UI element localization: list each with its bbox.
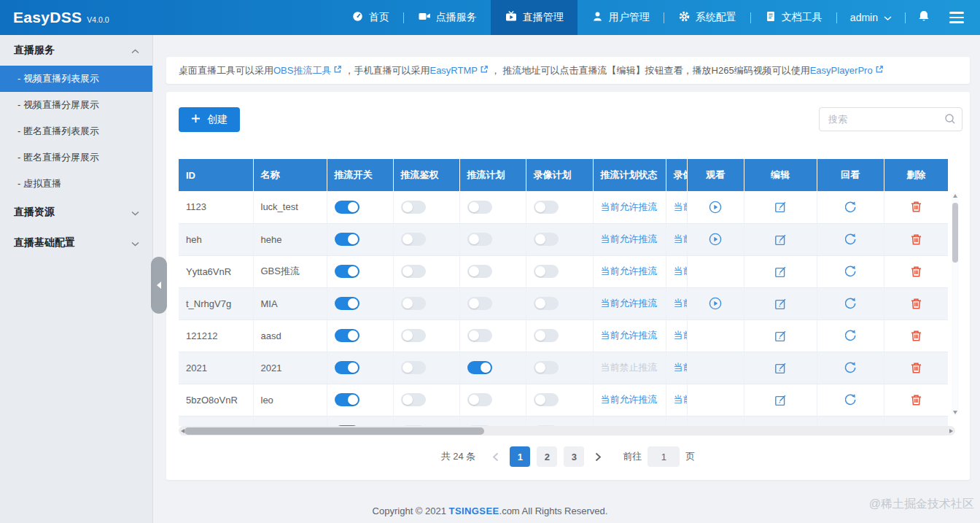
sidebar-item-video-live-list[interactable]: - 视频直播列表展示: [0, 66, 152, 92]
record-plan-status-link[interactable]: 当前允许录像: [674, 330, 688, 341]
record-plan-toggle[interactable]: [534, 297, 559, 310]
record-plan-status-link[interactable]: 当前允许录像: [674, 298, 688, 309]
push-plan-status-link[interactable]: 当前允许推流: [601, 201, 658, 212]
record-plan-toggle[interactable]: [534, 361, 559, 374]
play-icon[interactable]: [708, 200, 723, 214]
edit-icon[interactable]: [774, 233, 788, 247]
record-plan-status-link[interactable]: 当前允许录像: [674, 266, 688, 276]
app-logo[interactable]: EasyDSS V4.0.0: [0, 9, 109, 26]
push-stream-toggle[interactable]: [335, 201, 359, 214]
create-button[interactable]: 创建: [179, 107, 240, 132]
sidebar-group-live-resource[interactable]: 直播资源: [0, 197, 152, 228]
replay-icon[interactable]: [843, 392, 858, 407]
replay-icon[interactable]: [843, 264, 858, 279]
play-icon[interactable]: [708, 296, 723, 311]
replay-icon[interactable]: [843, 232, 858, 247]
horizontal-scrollbar[interactable]: [179, 426, 955, 435]
record-plan-toggle[interactable]: [534, 233, 559, 246]
record-plan-toggle[interactable]: [534, 393, 559, 406]
notifications-button[interactable]: [906, 0, 942, 35]
edit-icon[interactable]: [774, 329, 788, 343]
trash-icon[interactable]: [909, 200, 923, 214]
push-plan-status-link[interactable]: 当前允许推流: [601, 233, 658, 244]
push-auth-toggle[interactable]: [401, 201, 426, 214]
push-plan-status-link[interactable]: 当前允许推流: [601, 298, 658, 309]
push-plan-status-link[interactable]: 当前允许推流: [601, 266, 658, 276]
push-auth-toggle[interactable]: [401, 297, 426, 310]
vertical-scrollbar-thumb[interactable]: [952, 203, 958, 263]
record-plan-status-link[interactable]: 当前允许录像: [674, 394, 688, 405]
push-auth-toggle[interactable]: [401, 233, 426, 246]
push-stream-toggle[interactable]: [335, 233, 359, 246]
push-stream-toggle[interactable]: [335, 393, 359, 406]
search-input[interactable]: [819, 107, 962, 131]
push-stream-toggle[interactable]: [335, 297, 359, 310]
nav-item-vod[interactable]: 点播服务: [404, 0, 491, 35]
page-button-2[interactable]: 2: [537, 446, 557, 467]
nav-item-live[interactable]: 直播管理: [491, 0, 578, 35]
scroll-right-arrow[interactable]: [949, 429, 953, 433]
replay-icon[interactable]: [843, 328, 858, 343]
push-plan-toggle[interactable]: [467, 393, 492, 406]
push-auth-toggle[interactable]: [401, 361, 426, 374]
push-plan-toggle[interactable]: [467, 329, 492, 342]
edit-icon[interactable]: [774, 361, 788, 375]
trash-icon[interactable]: [909, 361, 923, 375]
obs-tool-link[interactable]: OBS推流工具: [273, 64, 331, 77]
record-plan-toggle[interactable]: [534, 201, 559, 214]
page-button-3[interactable]: 3: [564, 446, 584, 467]
scroll-down-arrow[interactable]: [953, 411, 957, 414]
trash-icon[interactable]: [909, 329, 923, 343]
push-plan-toggle[interactable]: [467, 297, 492, 310]
easyplayerpro-link[interactable]: EasyPlayerPro: [810, 65, 873, 76]
play-icon[interactable]: [708, 232, 723, 247]
sidebar-item-virtual-live[interactable]: - 虚拟直播: [0, 171, 152, 197]
scroll-up-arrow[interactable]: [953, 194, 957, 198]
nav-item-home[interactable]: 首页: [338, 0, 403, 35]
push-plan-toggle[interactable]: [467, 361, 492, 374]
push-stream-toggle[interactable]: [335, 329, 359, 342]
nav-item-users[interactable]: 用户管理: [578, 0, 664, 35]
edit-icon[interactable]: [774, 200, 788, 214]
goto-page-input[interactable]: [648, 446, 680, 467]
push-plan-status-link[interactable]: 当前允许推流: [601, 394, 658, 405]
record-plan-status-link[interactable]: 当前允许录像: [674, 362, 688, 373]
push-stream-toggle[interactable]: [335, 265, 359, 278]
replay-icon[interactable]: [843, 360, 858, 375]
user-menu[interactable]: admin: [837, 0, 905, 35]
edit-icon[interactable]: [774, 297, 788, 311]
sidebar-item-anon-live-list[interactable]: - 匿名直播列表展示: [0, 118, 152, 144]
page-button-1[interactable]: 1: [510, 446, 530, 467]
horizontal-scrollbar-thumb[interactable]: [184, 427, 484, 435]
edit-icon[interactable]: [774, 265, 788, 279]
next-page-arrow[interactable]: [591, 452, 606, 462]
push-auth-toggle[interactable]: [401, 265, 426, 278]
trash-icon[interactable]: [909, 393, 923, 407]
push-plan-status-link[interactable]: 当前禁止推流: [601, 362, 658, 373]
push-plan-status-link[interactable]: 当前允许推流: [601, 330, 658, 341]
trash-icon[interactable]: [909, 233, 923, 247]
push-plan-toggle[interactable]: [467, 233, 492, 246]
nav-item-settings[interactable]: 系统配置: [664, 0, 750, 35]
trash-icon[interactable]: [909, 265, 923, 279]
record-plan-status-link[interactable]: 当前允许录像: [674, 233, 688, 244]
record-plan-status-link[interactable]: 当前允许录像: [674, 201, 688, 212]
push-auth-toggle[interactable]: [401, 393, 426, 406]
sidebar-group-live-service[interactable]: 直播服务: [0, 35, 152, 66]
push-plan-toggle[interactable]: [467, 265, 492, 278]
replay-icon[interactable]: [843, 200, 858, 214]
vertical-scrollbar[interactable]: [952, 193, 959, 416]
sidebar-item-anon-live-split[interactable]: - 匿名直播分屏展示: [0, 144, 152, 171]
record-plan-toggle[interactable]: [534, 265, 559, 278]
sidebar-item-video-live-split[interactable]: - 视频直播分屏展示: [0, 92, 152, 118]
record-plan-toggle[interactable]: [534, 329, 559, 342]
replay-icon[interactable]: [843, 296, 858, 311]
sidebar-collapse-handle[interactable]: [151, 257, 167, 314]
trash-icon[interactable]: [909, 297, 923, 311]
edit-icon[interactable]: [774, 393, 788, 407]
push-plan-toggle[interactable]: [467, 201, 492, 214]
prev-page-arrow[interactable]: [488, 452, 503, 462]
push-auth-toggle[interactable]: [401, 329, 426, 342]
nav-item-docs[interactable]: 文档工具: [751, 0, 836, 35]
sidebar-group-live-config[interactable]: 直播基础配置: [0, 228, 152, 258]
